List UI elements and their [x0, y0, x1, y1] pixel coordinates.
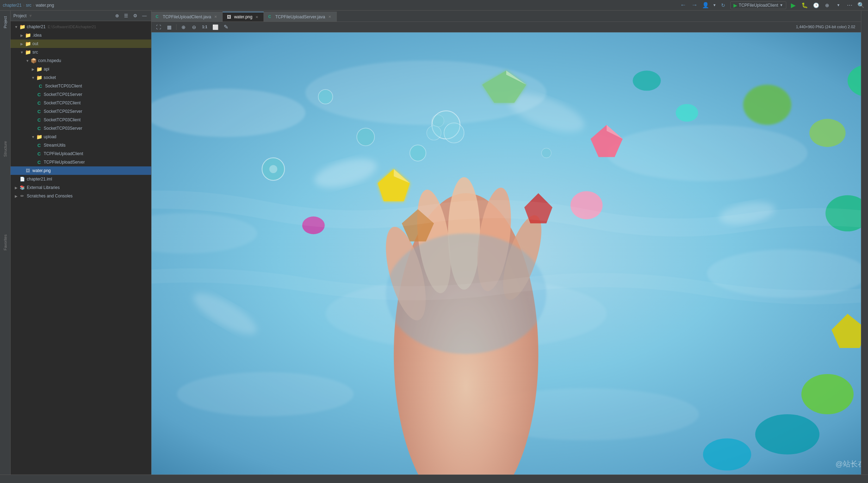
breadcrumb-file[interactable]: water.png	[36, 3, 54, 8]
tree-item-chapter21[interactable]: ▼ 📁 chapter21 E:\Software\IDEA\chapter21	[11, 23, 151, 31]
sidebar-item-structure[interactable]: Structure	[2, 138, 9, 160]
user-dropdown-arrow[interactable]: ▼	[713, 3, 716, 7]
water-image: @站长在疯狂	[151, 32, 861, 475]
tree-item-tcpfileuploadclient[interactable]: C TCPFileUploadClient	[11, 149, 151, 158]
tree-item-sockettcp01server[interactable]: C SocketTCP01Server	[11, 90, 151, 99]
project-settings-button[interactable]: ⚙	[131, 12, 139, 20]
tree-label-upload: upload	[44, 134, 56, 139]
svg-point-39	[541, 148, 551, 158]
git-update-button[interactable]: ↻	[719, 1, 727, 10]
svg-point-7	[177, 372, 354, 416]
tree-item-sockettcp03client[interactable]: C SocketTCP03Client	[11, 116, 151, 124]
tree-item-idea[interactable]: ▶ 📁 .idea	[11, 31, 151, 39]
breadcrumb-chapter21[interactable]: chapter21	[3, 3, 21, 8]
sidebar-item-project[interactable]: Project	[2, 13, 9, 31]
tree-arrow-chapter21: ▼	[13, 24, 19, 30]
tree-label-streamutils: StreamUtils	[44, 143, 66, 148]
tree-arrow-idea: ▶	[19, 32, 25, 38]
search-button[interactable]: 🔍	[857, 1, 865, 10]
svg-point-40	[410, 145, 426, 161]
tree-item-out[interactable]: ▶ 📁 out	[11, 39, 151, 48]
tree-item-chapter21iml[interactable]: 📄 chapter21.iml	[11, 175, 151, 183]
tree-item-extlibs[interactable]: ▶ 📚 External Libraries	[11, 183, 151, 192]
svg-point-43	[427, 126, 441, 140]
nav-forward-button[interactable]: →	[690, 1, 699, 10]
main-layout: Project Structure Favorites Project ▼ ⊕ …	[0, 11, 868, 475]
folder-icon-idea: 📁	[25, 32, 31, 38]
tree-label-sockettcp02server: SocketTCP02Server	[44, 109, 82, 114]
tab-tcpfileuploadserver[interactable]: C TCPFileUploadServer.java ✕	[264, 12, 336, 22]
tree-item-sockettcp01client[interactable]: C SocketTCP01Client	[11, 82, 151, 90]
folder-icon-api: 📁	[36, 66, 42, 72]
tree-item-streamutils[interactable]: C StreamUtils	[11, 141, 151, 149]
debug-button[interactable]: 🐛	[800, 1, 809, 10]
nav-back-button[interactable]: ←	[679, 1, 687, 10]
tree-item-waterpng[interactable]: 🖼 water.png	[11, 166, 151, 175]
tree-label-extlibs: External Libraries	[27, 185, 60, 190]
coverage-dropdown[interactable]: ▼	[834, 1, 843, 10]
svg-point-25	[810, 119, 846, 147]
tree-item-sockettcp03server[interactable]: C SocketTCP03Server	[11, 124, 151, 133]
grid-button[interactable]: ▦	[165, 23, 173, 31]
svg-point-36	[357, 128, 374, 146]
image-toolbar: ⛶ ▦ ⊕ ⊖ 1:1 ⬜ ✎ 1,440×960 PNG (24-bit co…	[151, 22, 861, 32]
tab-tcpfileuploadclient[interactable]: C TCPFileUploadClient.java ✕	[151, 12, 223, 22]
tree-item-sockettcp02server[interactable]: C SocketTCP02Server	[11, 107, 151, 116]
iml-icon: 📄	[19, 176, 25, 182]
breadcrumb: chapter21 › src › water.png	[3, 3, 54, 8]
tab-waterpng[interactable]: 🖼 water.png ✕	[223, 12, 264, 22]
svg-point-3	[607, 125, 807, 181]
tab-label-tcpfileuploadclient: TCPFileUploadClient.java	[163, 14, 211, 19]
tree-item-scratches[interactable]: ▶ ✏ Scratches and Consoles	[11, 192, 151, 200]
tree-item-src[interactable]: ▼ 📁 src	[11, 48, 151, 56]
tree-label-scratches: Scratches and Consoles	[27, 194, 73, 198]
tree-item-comhspedu[interactable]: ▼ 📦 com.hspedu	[11, 56, 151, 65]
zoom-in-button[interactable]: ⊕	[179, 23, 188, 31]
status-bar	[0, 475, 868, 483]
edit-button[interactable]: ✎	[222, 23, 230, 31]
java-icon-streamutils: C	[36, 142, 42, 148]
tree-label-chapter21: chapter21	[27, 24, 45, 29]
tree-label-idea: .idea	[32, 33, 42, 38]
actual-size-button[interactable]: 1:1	[200, 23, 209, 31]
run-config-dropdown[interactable]: ▶ TCPFileUploadClient ▼	[730, 1, 786, 9]
breadcrumb-src[interactable]: src	[26, 3, 31, 8]
tree-arrow-out: ▶	[19, 41, 25, 47]
tab-close-tcpfileuploadserver[interactable]: ✕	[327, 14, 332, 19]
project-close-button[interactable]: —	[141, 12, 148, 20]
tab-icon-tcpfileuploadclient: C	[156, 14, 161, 19]
sidebar-item-favorites[interactable]: Favorites	[2, 232, 9, 253]
project-locate-button[interactable]: ⊕	[113, 12, 121, 20]
svg-point-37	[318, 90, 333, 104]
tree-item-api[interactable]: ▶ 📁 api	[11, 65, 151, 73]
tree-item-upload[interactable]: ▼ 📁 upload	[11, 133, 151, 141]
editor-area: C TCPFileUploadClient.java ✕ 🖼 water.png…	[151, 11, 861, 475]
fit-screen-button[interactable]: ⛶	[154, 23, 163, 31]
svg-point-23	[676, 104, 698, 122]
folder-icon-chapter21: 📁	[19, 24, 25, 30]
right-strip	[861, 11, 868, 475]
project-collapse-button[interactable]: ☰	[122, 12, 130, 20]
extlib-icon: 📚	[19, 184, 25, 191]
coverage-button[interactable]: ⊕	[823, 1, 831, 10]
tree-label-sockettcp01client: SocketTCP01Client	[45, 84, 82, 88]
tree-item-tcpfileuploadserver[interactable]: C TCPFileUploadServer	[11, 158, 151, 166]
fit-width-button[interactable]: ⬜	[211, 23, 219, 31]
tree-arrow-scratches: ▶	[13, 193, 19, 199]
svg-point-1	[151, 89, 305, 137]
run-button[interactable]: ▶	[789, 1, 798, 10]
tree-label-sockettcp03client: SocketTCP03Client	[44, 117, 81, 122]
tab-close-waterpng[interactable]: ✕	[254, 14, 259, 19]
tree-item-socket[interactable]: ▼ 📁 socket	[11, 73, 151, 82]
java-icon-sockettcp01server: C	[36, 91, 42, 98]
user-icon-button[interactable]: 👤	[701, 1, 710, 10]
tree-item-sockettcp02client[interactable]: C SocketTCP02Client	[11, 99, 151, 107]
more-button[interactable]: ⋯	[845, 1, 854, 10]
tree-label-sockettcp03server: SocketTCP03Server	[44, 126, 82, 131]
tab-close-tcpfileuploadclient[interactable]: ✕	[213, 14, 218, 19]
profile-button[interactable]: 🕑	[812, 1, 820, 10]
svg-point-24	[743, 85, 792, 125]
zoom-out-button[interactable]: ⊖	[190, 23, 198, 31]
project-panel-header: Project ▼ ⊕ ☰ ⚙ —	[11, 11, 151, 21]
title-bar: chapter21 › src › water.png ← → 👤 ▼ ↻ ▶ …	[0, 0, 868, 11]
